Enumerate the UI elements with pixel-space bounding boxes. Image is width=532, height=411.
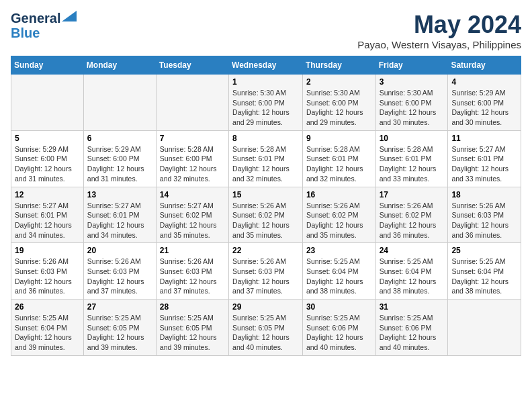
day-info: Sunrise: 5:28 AMSunset: 6:00 PMDaylight:… [160, 144, 225, 184]
day-info: Sunrise: 5:27 AMSunset: 6:02 PMDaylight:… [160, 201, 225, 240]
calendar-week-2: 5Sunrise: 5:29 AMSunset: 6:00 PMDaylight… [11, 130, 521, 187]
day-info: Sunrise: 5:25 AMSunset: 6:05 PMDaylight:… [160, 313, 225, 353]
calendar-week-1: 1Sunrise: 5:30 AMSunset: 6:00 PMDaylight… [11, 75, 521, 131]
day-info: Sunrise: 5:25 AMSunset: 6:04 PMDaylight:… [451, 257, 517, 296]
header-friday: Friday [375, 56, 448, 75]
day-number: 24 [380, 246, 445, 255]
day-info: Sunrise: 5:27 AMSunset: 6:01 PMDaylight:… [87, 201, 152, 240]
calendar-cell: 10Sunrise: 5:28 AMSunset: 6:01 PMDayligh… [375, 130, 448, 187]
calendar-cell: 27Sunrise: 5:25 AMSunset: 6:05 PMDayligh… [83, 300, 156, 356]
day-info: Sunrise: 5:25 AMSunset: 6:06 PMDaylight:… [380, 313, 445, 353]
calendar-cell: 3Sunrise: 5:30 AMSunset: 6:00 PMDaylight… [375, 75, 448, 131]
calendar-cell: 20Sunrise: 5:26 AMSunset: 6:03 PMDayligh… [83, 243, 156, 300]
day-info: Sunrise: 5:25 AMSunset: 6:06 PMDaylight:… [306, 313, 372, 353]
day-info: Sunrise: 5:27 AMSunset: 6:01 PMDaylight:… [451, 144, 517, 184]
header-tuesday: Tuesday [156, 56, 228, 75]
day-number: 9 [306, 134, 372, 143]
day-info: Sunrise: 5:26 AMSunset: 6:03 PMDaylight:… [87, 257, 152, 296]
calendar-cell: 1Sunrise: 5:30 AMSunset: 6:00 PMDaylight… [229, 75, 303, 131]
calendar-cell: 7Sunrise: 5:28 AMSunset: 6:00 PMDaylight… [156, 130, 228, 187]
day-number: 25 [451, 246, 517, 255]
calendar-cell: 15Sunrise: 5:26 AMSunset: 6:02 PMDayligh… [229, 187, 303, 243]
calendar-cell: 14Sunrise: 5:27 AMSunset: 6:02 PMDayligh… [156, 187, 228, 243]
logo: General Blue [11, 11, 77, 40]
calendar-week-3: 12Sunrise: 5:27 AMSunset: 6:01 PMDayligh… [11, 187, 521, 243]
header: General Blue May 2024 Payao, Western Vis… [11, 11, 521, 50]
calendar-week-4: 19Sunrise: 5:26 AMSunset: 6:03 PMDayligh… [11, 243, 521, 300]
day-number: 1 [232, 77, 299, 87]
day-number: 18 [451, 190, 517, 199]
day-number: 6 [87, 134, 152, 143]
calendar-cell: 18Sunrise: 5:26 AMSunset: 6:03 PMDayligh… [448, 187, 521, 243]
calendar-cell [156, 75, 228, 131]
month-title: May 2024 [357, 11, 521, 39]
calendar-header-row: SundayMondayTuesdayWednesdayThursdayFrid… [11, 56, 521, 75]
day-number: 20 [87, 246, 152, 255]
calendar-cell: 2Sunrise: 5:30 AMSunset: 6:00 PMDaylight… [302, 75, 375, 131]
day-info: Sunrise: 5:30 AMSunset: 6:00 PMDaylight:… [380, 88, 445, 128]
day-info: Sunrise: 5:29 AMSunset: 6:00 PMDaylight:… [451, 88, 517, 128]
calendar-cell: 9Sunrise: 5:28 AMSunset: 6:01 PMDaylight… [302, 130, 375, 187]
calendar-cell [11, 75, 84, 131]
day-number: 7 [160, 134, 225, 143]
header-saturday: Saturday [448, 56, 521, 75]
day-number: 16 [306, 190, 372, 199]
calendar-cell: 26Sunrise: 5:25 AMSunset: 6:04 PMDayligh… [11, 300, 84, 356]
svg-marker-0 [62, 11, 77, 21]
location-subtitle: Payao, Western Visayas, Philippines [357, 39, 521, 50]
calendar-cell: 6Sunrise: 5:29 AMSunset: 6:00 PMDaylight… [83, 130, 156, 187]
day-info: Sunrise: 5:26 AMSunset: 6:03 PMDaylight:… [232, 257, 299, 296]
day-number: 8 [232, 134, 299, 143]
calendar-week-5: 26Sunrise: 5:25 AMSunset: 6:04 PMDayligh… [11, 300, 521, 356]
day-number: 14 [160, 190, 225, 199]
day-number: 26 [15, 302, 80, 312]
day-number: 3 [380, 77, 445, 87]
day-number: 15 [232, 190, 299, 199]
day-info: Sunrise: 5:25 AMSunset: 6:04 PMDaylight:… [380, 257, 445, 296]
day-number: 13 [87, 190, 152, 199]
calendar-cell: 13Sunrise: 5:27 AMSunset: 6:01 PMDayligh… [83, 187, 156, 243]
day-info: Sunrise: 5:26 AMSunset: 6:03 PMDaylight:… [15, 257, 80, 296]
calendar-cell: 30Sunrise: 5:25 AMSunset: 6:06 PMDayligh… [302, 300, 375, 356]
day-number: 28 [160, 302, 225, 312]
day-number: 17 [380, 190, 445, 199]
day-number: 2 [306, 77, 372, 87]
calendar-cell: 23Sunrise: 5:25 AMSunset: 6:04 PMDayligh… [302, 243, 375, 300]
day-info: Sunrise: 5:26 AMSunset: 6:02 PMDaylight:… [306, 201, 372, 240]
calendar-cell: 12Sunrise: 5:27 AMSunset: 6:01 PMDayligh… [11, 187, 84, 243]
header-sunday: Sunday [11, 56, 84, 75]
day-info: Sunrise: 5:27 AMSunset: 6:01 PMDaylight:… [15, 201, 80, 240]
calendar-cell: 22Sunrise: 5:26 AMSunset: 6:03 PMDayligh… [229, 243, 303, 300]
day-number: 19 [15, 246, 80, 255]
calendar-cell: 5Sunrise: 5:29 AMSunset: 6:00 PMDaylight… [11, 130, 84, 187]
calendar-cell: 8Sunrise: 5:28 AMSunset: 6:01 PMDaylight… [229, 130, 303, 187]
day-info: Sunrise: 5:26 AMSunset: 6:03 PMDaylight:… [451, 201, 517, 240]
calendar-cell: 25Sunrise: 5:25 AMSunset: 6:04 PMDayligh… [448, 243, 521, 300]
day-info: Sunrise: 5:28 AMSunset: 6:01 PMDaylight:… [232, 144, 299, 184]
calendar-cell: 28Sunrise: 5:25 AMSunset: 6:05 PMDayligh… [156, 300, 228, 356]
header-monday: Monday [83, 56, 156, 75]
header-thursday: Thursday [302, 56, 375, 75]
day-info: Sunrise: 5:25 AMSunset: 6:05 PMDaylight:… [87, 313, 152, 353]
day-number: 23 [306, 246, 372, 255]
calendar-cell: 16Sunrise: 5:26 AMSunset: 6:02 PMDayligh… [302, 187, 375, 243]
day-number: 10 [380, 134, 445, 143]
day-number: 11 [451, 134, 517, 143]
day-info: Sunrise: 5:26 AMSunset: 6:02 PMDaylight:… [380, 201, 445, 240]
day-number: 12 [15, 190, 80, 199]
header-wednesday: Wednesday [229, 56, 303, 75]
day-info: Sunrise: 5:30 AMSunset: 6:00 PMDaylight:… [306, 88, 372, 128]
day-info: Sunrise: 5:25 AMSunset: 6:05 PMDaylight:… [232, 313, 299, 353]
logo-general: General [11, 11, 60, 26]
calendar-cell [83, 75, 156, 131]
calendar-cell: 24Sunrise: 5:25 AMSunset: 6:04 PMDayligh… [375, 243, 448, 300]
day-number: 21 [160, 246, 225, 255]
day-number: 27 [87, 302, 152, 312]
day-info: Sunrise: 5:25 AMSunset: 6:04 PMDaylight:… [15, 313, 80, 353]
calendar-cell: 4Sunrise: 5:29 AMSunset: 6:00 PMDaylight… [448, 75, 521, 131]
day-number: 31 [380, 302, 445, 312]
day-number: 5 [15, 134, 80, 143]
title-area: May 2024 Payao, Western Visayas, Philipp… [357, 11, 521, 50]
day-info: Sunrise: 5:29 AMSunset: 6:00 PMDaylight:… [15, 144, 80, 184]
calendar-cell: 11Sunrise: 5:27 AMSunset: 6:01 PMDayligh… [448, 130, 521, 187]
